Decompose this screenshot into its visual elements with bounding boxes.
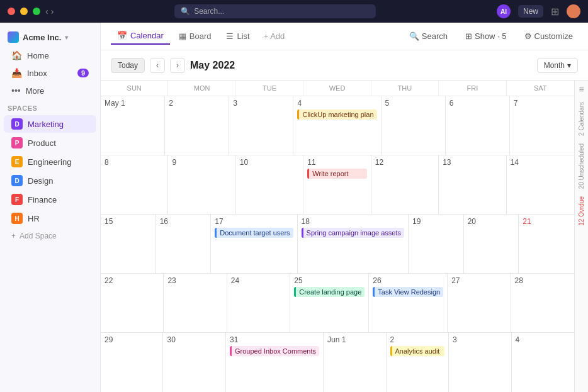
grid-icon[interactable]: ⊞ (551, 6, 559, 18)
sidebar-space-product[interactable]: P Product (4, 134, 96, 152)
cal-cell: 3 (449, 333, 512, 392)
event-task-view-redesign[interactable]: Task View Redesign (373, 287, 443, 297)
cal-cell: 27 (448, 274, 511, 332)
sidebar-item-home[interactable]: 🏠 Home (4, 47, 96, 64)
day-number: 17 (215, 217, 293, 226)
day-number: 2 (390, 335, 445, 344)
forward-icon[interactable]: › (51, 6, 54, 16)
day-number: 30 (167, 335, 222, 344)
tab-board[interactable]: ▦ Board (172, 28, 218, 44)
board-icon: ▦ (179, 31, 186, 41)
ai-badge[interactable]: AI (497, 4, 511, 18)
calendar-week-3: 15 16 17 Document target users 18 Spring… (101, 215, 574, 274)
maximize-btn[interactable] (33, 8, 40, 15)
tab-list[interactable]: ☰ List (220, 28, 256, 44)
design-icon: D (11, 175, 23, 186)
nav-arrows[interactable]: ‹ › (45, 6, 54, 16)
event-create-landing[interactable]: Create landing page (294, 287, 365, 297)
cal-cell: 31 Grouped Inbox Comments (226, 333, 324, 392)
prev-button[interactable]: ‹ (150, 58, 165, 73)
toolbar-right: 🔍 Search ⊞ Show · 5 ⚙ Customize (404, 29, 578, 43)
calendars-count[interactable]: 2 Calendars (578, 98, 585, 140)
add-space-button[interactable]: + Add Space (4, 228, 96, 244)
day-name-thu: Thu (371, 81, 439, 96)
main-layout: Acme Inc. ▾ 🏠 Home 📥 Inbox 9 ••• More Sp… (0, 23, 588, 392)
add-view-button[interactable]: + Add (259, 28, 290, 44)
hr-label: HR (28, 214, 40, 223)
overdue-count[interactable]: 12 Ovrdue (578, 193, 585, 230)
show-button[interactable]: ⊞ Show · 5 (460, 29, 512, 43)
sidebar-space-hr[interactable]: H HR (4, 210, 96, 227)
cal-cell: 15 (101, 215, 156, 273)
cal-cell: Jun 1 (324, 333, 387, 392)
inbox-icon: 📥 (11, 68, 22, 78)
search-icon: 🔍 (181, 7, 190, 16)
sidebar-space-marketing[interactable]: D Marketing (4, 115, 96, 133)
tab-list-label: List (237, 31, 249, 41)
show-label: Show · 5 (475, 31, 507, 41)
content-area: 📅 Calendar ▦ Board ☰ List + Add 🔍 Search (101, 23, 588, 392)
day-name-sun: Sun (101, 81, 168, 96)
month-label: Month (544, 61, 565, 70)
today-button[interactable]: Today (111, 58, 145, 73)
tab-calendar-label: Calendar (130, 31, 164, 40)
event-spring-campaign[interactable]: Spring campaign image assets (302, 228, 404, 238)
workspace-header[interactable]: Acme Inc. ▾ (0, 28, 100, 47)
finance-icon: F (11, 194, 23, 205)
back-icon[interactable]: ‹ (45, 6, 48, 16)
workspace-logo (8, 31, 19, 43)
sidebar-item-more[interactable]: ••• More (4, 82, 96, 99)
customize-button[interactable]: ⚙ Customize (519, 29, 578, 43)
calendar-week-5: 29 30 31 Grouped Inbox Comments Jun 1 2 … (101, 333, 574, 392)
cal-cell: 5 (382, 96, 446, 155)
cal-cell: 18 Spring campaign image assets (298, 215, 409, 273)
minimize-btn[interactable] (20, 8, 28, 15)
sidebar-space-engineering[interactable]: E Engineering (4, 153, 96, 171)
cal-cell: 3 (229, 96, 293, 155)
new-button[interactable]: New (518, 5, 543, 18)
sidebar-item-inbox[interactable]: 📥 Inbox 9 (4, 65, 96, 81)
day-number: 3 (453, 335, 507, 344)
day-number: 20 (468, 217, 515, 226)
cal-cell: 24 (227, 274, 290, 332)
day-number: 3 (233, 99, 289, 108)
day-name-sat: Sat (507, 81, 574, 96)
event-clickup-marketing[interactable]: ClickUp marketing plan (297, 109, 376, 120)
month-selector[interactable]: Month ▾ (537, 58, 578, 73)
day-number: 18 (302, 217, 404, 226)
sidebar-space-design[interactable]: D Design (4, 172, 96, 189)
cal-cell: 12 (371, 155, 439, 214)
sidebar-item-more-label: More (26, 86, 45, 96)
event-document-target[interactable]: Document target users (215, 228, 293, 238)
day-number: 27 (451, 276, 506, 285)
event-analytics-audit[interactable]: Analytics audit (390, 346, 445, 356)
day-number: 9 (172, 158, 231, 167)
event-write-report[interactable]: Write report (307, 169, 366, 179)
spaces-section-title: Spaces (0, 99, 100, 115)
search-placeholder: Search... (194, 7, 224, 16)
cal-cell: 26 Task View Redesign (369, 274, 448, 332)
gear-icon: ⚙ (524, 31, 532, 41)
cal-cell: 14 (507, 155, 574, 214)
cal-cell: 11 Write report (303, 155, 371, 214)
add-space-label: Add Space (20, 232, 57, 240)
day-number: 31 (230, 335, 319, 344)
day-number: 16 (160, 217, 207, 226)
customize-label: Customize (534, 31, 573, 41)
avatar[interactable] (567, 4, 580, 18)
event-grouped-inbox[interactable]: Grouped Inbox Comments (230, 346, 319, 356)
close-btn[interactable] (8, 8, 15, 15)
global-search-bar[interactable]: 🔍 Search... (174, 4, 376, 18)
unscheduled-count[interactable]: 20 Unscheduled (578, 140, 585, 193)
next-button[interactable]: › (170, 58, 185, 73)
sidebar-toggle-icon[interactable]: ≡ (579, 81, 584, 98)
cal-cell: 2 Analytics audit (387, 333, 449, 392)
product-icon: P (11, 137, 23, 148)
sidebar-space-finance[interactable]: F Finance (4, 191, 96, 208)
cal-cell: 25 Create landing page (290, 274, 369, 332)
search-button[interactable]: 🔍 Search (404, 29, 453, 43)
day-number: 7 (514, 99, 570, 108)
day-number: 4 (516, 335, 571, 344)
tab-calendar[interactable]: 📅 Calendar (111, 28, 170, 45)
day-number: 21 (523, 217, 570, 226)
